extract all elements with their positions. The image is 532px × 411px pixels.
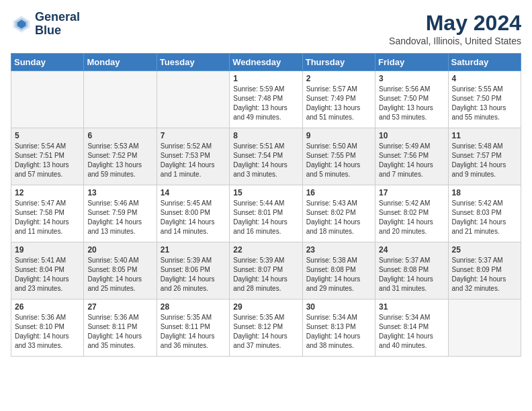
day-info: Sunrise: 5:56 AMSunset: 7:50 PMDaylight:… xyxy=(379,85,444,122)
day-info: Sunrise: 5:40 AMSunset: 8:05 PMDaylight:… xyxy=(87,256,152,293)
table-cell: 23Sunrise: 5:38 AMSunset: 8:08 PMDayligh… xyxy=(302,242,375,300)
day-info: Sunrise: 5:45 AMSunset: 8:00 PMDaylight:… xyxy=(161,199,226,236)
calendar-week-5: 26Sunrise: 5:36 AMSunset: 8:10 PMDayligh… xyxy=(11,300,521,357)
day-number: 27 xyxy=(87,302,152,312)
table-cell: 24Sunrise: 5:37 AMSunset: 8:08 PMDayligh… xyxy=(375,242,448,300)
day-number: 5 xyxy=(15,131,80,140)
day-info: Sunrise: 5:42 AMSunset: 8:03 PMDaylight:… xyxy=(452,199,517,236)
table-cell: 21Sunrise: 5:39 AMSunset: 8:06 PMDayligh… xyxy=(157,242,229,300)
day-number: 3 xyxy=(379,74,444,83)
table-cell: 30Sunrise: 5:34 AMSunset: 8:13 PMDayligh… xyxy=(302,300,375,357)
day-number: 10 xyxy=(379,131,444,140)
page-header: General Blue May 2024 Sandoval, Illinois… xyxy=(11,11,521,46)
day-number: 21 xyxy=(161,245,226,255)
day-info: Sunrise: 5:34 AMSunset: 8:13 PMDaylight:… xyxy=(306,313,371,351)
col-monday: Monday xyxy=(84,54,157,71)
table-cell: 17Sunrise: 5:42 AMSunset: 8:02 PMDayligh… xyxy=(375,185,448,242)
day-number: 23 xyxy=(306,245,371,255)
day-info: Sunrise: 5:44 AMSunset: 8:01 PMDaylight:… xyxy=(233,199,298,236)
day-info: Sunrise: 5:47 AMSunset: 7:58 PMDaylight:… xyxy=(15,199,80,236)
day-info: Sunrise: 5:51 AMSunset: 7:54 PMDaylight:… xyxy=(233,142,298,179)
day-number: 12 xyxy=(15,188,80,197)
calendar-week-1: 1Sunrise: 5:59 AMSunset: 7:48 PMDaylight… xyxy=(11,71,521,128)
table-cell: 14Sunrise: 5:45 AMSunset: 8:00 PMDayligh… xyxy=(157,185,229,242)
day-info: Sunrise: 5:43 AMSunset: 8:02 PMDaylight:… xyxy=(306,199,371,236)
table-cell: 18Sunrise: 5:42 AMSunset: 8:03 PMDayligh… xyxy=(448,185,521,242)
day-number: 30 xyxy=(306,302,371,312)
day-info: Sunrise: 5:50 AMSunset: 7:55 PMDaylight:… xyxy=(306,142,371,179)
day-info: Sunrise: 5:57 AMSunset: 7:49 PMDaylight:… xyxy=(306,85,371,122)
col-sunday: Sunday xyxy=(11,54,84,71)
day-number: 9 xyxy=(306,131,371,140)
logo-icon xyxy=(11,13,32,35)
table-cell: 31Sunrise: 5:34 AMSunset: 8:14 PMDayligh… xyxy=(375,300,448,357)
day-number: 20 xyxy=(87,245,152,255)
table-cell: 6Sunrise: 5:53 AMSunset: 7:52 PMDaylight… xyxy=(84,128,157,185)
table-cell: 15Sunrise: 5:44 AMSunset: 8:01 PMDayligh… xyxy=(230,185,302,242)
table-cell xyxy=(157,71,229,128)
table-cell: 3Sunrise: 5:56 AMSunset: 7:50 PMDaylight… xyxy=(375,71,448,128)
day-number: 29 xyxy=(233,302,298,312)
table-cell: 26Sunrise: 5:36 AMSunset: 8:10 PMDayligh… xyxy=(11,300,84,357)
day-number: 11 xyxy=(452,131,517,140)
col-thursday: Thursday xyxy=(302,54,375,71)
table-cell: 27Sunrise: 5:36 AMSunset: 8:11 PMDayligh… xyxy=(84,300,157,357)
table-cell: 1Sunrise: 5:59 AMSunset: 7:48 PMDaylight… xyxy=(230,71,302,128)
table-cell: 25Sunrise: 5:37 AMSunset: 8:09 PMDayligh… xyxy=(448,242,521,300)
table-cell: 10Sunrise: 5:49 AMSunset: 7:56 PMDayligh… xyxy=(375,128,448,185)
subtitle: Sandoval, Illinois, United States xyxy=(389,36,521,46)
day-number: 18 xyxy=(452,188,517,197)
day-number: 26 xyxy=(15,302,80,312)
day-number: 16 xyxy=(306,188,371,197)
table-cell: 16Sunrise: 5:43 AMSunset: 8:02 PMDayligh… xyxy=(302,185,375,242)
col-friday: Friday xyxy=(375,54,448,71)
day-info: Sunrise: 5:49 AMSunset: 7:56 PMDaylight:… xyxy=(379,142,444,179)
day-info: Sunrise: 5:46 AMSunset: 7:59 PMDaylight:… xyxy=(87,199,152,236)
day-number: 17 xyxy=(379,188,444,197)
col-wednesday: Wednesday xyxy=(230,54,302,71)
table-cell: 8Sunrise: 5:51 AMSunset: 7:54 PMDaylight… xyxy=(230,128,302,185)
day-number: 25 xyxy=(452,245,517,255)
day-info: Sunrise: 5:36 AMSunset: 8:10 PMDaylight:… xyxy=(15,313,80,351)
table-cell: 28Sunrise: 5:35 AMSunset: 8:11 PMDayligh… xyxy=(157,300,229,357)
table-cell: 11Sunrise: 5:48 AMSunset: 7:57 PMDayligh… xyxy=(448,128,521,185)
day-number: 7 xyxy=(161,131,226,140)
day-info: Sunrise: 5:53 AMSunset: 7:52 PMDaylight:… xyxy=(87,142,152,179)
day-info: Sunrise: 5:48 AMSunset: 7:57 PMDaylight:… xyxy=(452,142,517,179)
day-number: 8 xyxy=(233,131,298,140)
title-block: May 2024 Sandoval, Illinois, United Stat… xyxy=(389,11,521,46)
calendar-week-3: 12Sunrise: 5:47 AMSunset: 7:58 PMDayligh… xyxy=(11,185,521,242)
table-cell: 19Sunrise: 5:41 AMSunset: 8:04 PMDayligh… xyxy=(11,242,84,300)
day-info: Sunrise: 5:34 AMSunset: 8:14 PMDaylight:… xyxy=(379,313,444,351)
table-cell: 4Sunrise: 5:55 AMSunset: 7:50 PMDaylight… xyxy=(448,71,521,128)
logo-text: General Blue xyxy=(35,11,80,38)
day-info: Sunrise: 5:35 AMSunset: 8:12 PMDaylight:… xyxy=(233,313,298,351)
day-number: 14 xyxy=(161,188,226,197)
day-info: Sunrise: 5:55 AMSunset: 7:50 PMDaylight:… xyxy=(452,85,517,122)
table-cell: 29Sunrise: 5:35 AMSunset: 8:12 PMDayligh… xyxy=(230,300,302,357)
day-number: 6 xyxy=(87,131,152,140)
day-number: 28 xyxy=(161,302,226,312)
day-number: 2 xyxy=(306,74,371,83)
logo: General Blue xyxy=(11,11,80,38)
day-info: Sunrise: 5:54 AMSunset: 7:51 PMDaylight:… xyxy=(15,142,80,179)
calendar-table: Sunday Monday Tuesday Wednesday Thursday… xyxy=(11,53,521,357)
day-info: Sunrise: 5:41 AMSunset: 8:04 PMDaylight:… xyxy=(15,256,80,293)
day-info: Sunrise: 5:39 AMSunset: 8:06 PMDaylight:… xyxy=(161,256,226,293)
table-cell: 12Sunrise: 5:47 AMSunset: 7:58 PMDayligh… xyxy=(11,185,84,242)
calendar-header-row: Sunday Monday Tuesday Wednesday Thursday… xyxy=(11,54,521,71)
table-cell xyxy=(84,71,157,128)
day-number: 13 xyxy=(87,188,152,197)
day-info: Sunrise: 5:37 AMSunset: 8:09 PMDaylight:… xyxy=(452,256,517,293)
day-number: 22 xyxy=(233,245,298,255)
day-info: Sunrise: 5:35 AMSunset: 8:11 PMDaylight:… xyxy=(161,313,226,351)
col-saturday: Saturday xyxy=(448,54,521,71)
day-number: 24 xyxy=(379,245,444,255)
table-cell xyxy=(11,71,84,128)
main-title: May 2024 xyxy=(389,11,521,36)
col-tuesday: Tuesday xyxy=(157,54,229,71)
day-info: Sunrise: 5:39 AMSunset: 8:07 PMDaylight:… xyxy=(233,256,298,293)
day-number: 15 xyxy=(233,188,298,197)
table-cell xyxy=(448,300,521,357)
day-info: Sunrise: 5:59 AMSunset: 7:48 PMDaylight:… xyxy=(233,85,298,122)
